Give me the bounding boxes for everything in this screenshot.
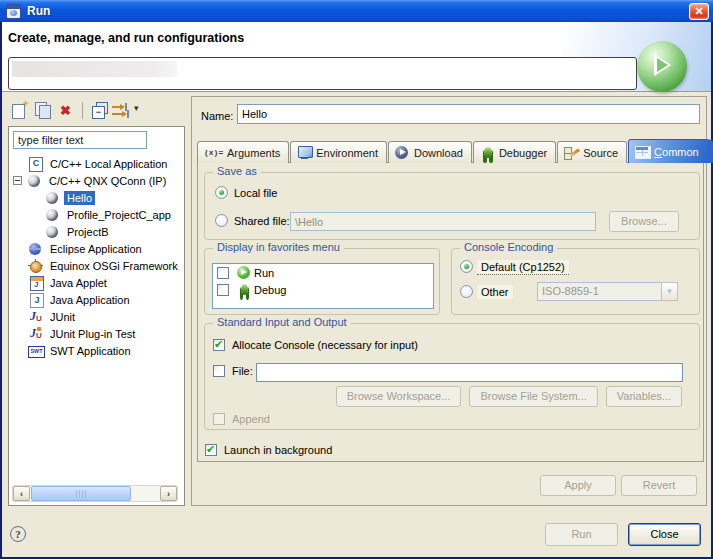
browse-workspace-button: Browse Workspace...: [336, 386, 462, 407]
tree-item-label: C/C++ Local Application: [47, 157, 170, 171]
run-dialog-window: Run ✕ Create, manage, and run configurat…: [0, 0, 713, 559]
run-button: Run: [545, 523, 618, 546]
help-icon[interactable]: ?: [10, 526, 26, 542]
tree-item-c-c-local-application[interactable]: C/C++ Local Application: [9, 155, 184, 172]
environment-tab-icon: [297, 146, 312, 159]
qnx-icon: [45, 191, 60, 205]
tab-source[interactable]: Source: [557, 141, 627, 163]
tab-label: Common: [654, 146, 699, 158]
tree-item-label: SWT Application: [47, 344, 134, 358]
variables-button: Variables...: [606, 386, 682, 407]
filter-icon[interactable]: [111, 101, 131, 120]
scroll-left-icon[interactable]: ‹: [13, 486, 30, 501]
tab-label: Debugger: [499, 147, 547, 159]
tree-item-label: Equinox OSGi Framework: [47, 259, 181, 273]
dialog-icon: [6, 4, 21, 19]
tree-item-equinox-osgi-framework[interactable]: Equinox OSGi Framework: [9, 257, 184, 274]
favorites-run-checkbox[interactable]: [217, 267, 229, 279]
tree-item-projectb[interactable]: ProjectB: [9, 223, 184, 240]
tab-debugger[interactable]: Debugger: [473, 141, 556, 163]
launch-in-background-checkbox[interactable]: [205, 444, 217, 456]
duplicate-icon[interactable]: [33, 101, 53, 120]
stdio-buttons: Browse Workspace...Browse File System...…: [336, 386, 682, 407]
titlebar[interactable]: Run ✕: [0, 0, 713, 22]
banner: Create, manage, and run configurations: [2, 22, 711, 92]
favorites-group-title: Display in favorites menu: [213, 241, 344, 253]
allocate-console-label: Allocate Console (necessary for input): [232, 339, 418, 351]
tree-item-java-applet[interactable]: Java Applet: [9, 274, 184, 291]
tab-arguments[interactable]: Arguments: [197, 141, 289, 163]
debugger-tab-icon: [480, 146, 495, 159]
browse-file-system-button: Browse File System...: [469, 386, 597, 407]
tree-item-hello[interactable]: Hello: [9, 189, 184, 206]
stdio-group: Standard Input and Output Allocate Conso…: [204, 323, 700, 430]
source-tab-icon: [564, 146, 579, 159]
tree-item-label: ProjectB: [64, 225, 112, 239]
tree-item-label: Java Application: [47, 293, 133, 307]
tab-label: Download: [414, 147, 463, 159]
expander-minus-icon[interactable]: [13, 176, 22, 185]
save-as-group-title: Save as: [213, 165, 261, 177]
save-as-group: Save as Local file Shared file: Browse..…: [204, 172, 700, 240]
equinox-icon: [28, 259, 43, 273]
configurations-tree: C/C++ Local ApplicationC/C++ QNX QConn (…: [9, 155, 184, 485]
favorites-item-label: Run: [254, 267, 274, 279]
java-applet-icon: [28, 276, 43, 290]
close-button[interactable]: Close: [628, 523, 701, 546]
new-configuration-icon[interactable]: [9, 101, 29, 120]
tab-label: Arguments: [227, 147, 280, 159]
scroll-right-icon[interactable]: ›: [160, 486, 177, 501]
shared-file-radio[interactable]: [215, 214, 228, 227]
tab-label: Environment: [316, 147, 378, 159]
qnx-icon: [45, 225, 60, 239]
tree-item-label: Java Applet: [47, 276, 110, 290]
tree-item-eclipse-application[interactable]: Eclipse Application: [9, 240, 184, 257]
tree-item-label: JUnit: [47, 310, 78, 324]
favorites-debug-checkbox[interactable]: [217, 284, 229, 296]
favorites-item-run: Run: [213, 264, 433, 281]
tab-download[interactable]: Download: [388, 141, 472, 163]
close-window-button[interactable]: ✕: [689, 3, 709, 20]
run-banner-icon: [637, 41, 687, 92]
name-input[interactable]: [237, 104, 700, 124]
tree-item-swt-application[interactable]: SWT Application: [9, 342, 184, 359]
tree-item-c-c-qnx-qconn-ip[interactable]: C/C++ QNX QConn (IP): [9, 172, 184, 189]
toolbar-separator: [82, 102, 83, 119]
scrollbar-thumb[interactable]: [31, 486, 131, 501]
file-input[interactable]: [256, 363, 683, 382]
tree-item-profile-projectc-app[interactable]: Profile_ProjectC_app: [9, 206, 184, 223]
launch-in-background-label: Launch in background: [224, 444, 332, 456]
file-label: File:: [232, 365, 253, 377]
message-placeholder: [12, 61, 177, 77]
debug-icon: [237, 283, 251, 297]
horizontal-scrollbar[interactable]: ‹ ›: [12, 485, 178, 502]
append-label: Append: [232, 413, 270, 425]
tree-item-junit[interactable]: JUnit: [9, 308, 184, 325]
tree-item-junit-plug-in-test[interactable]: JUnit Plug-in Test: [9, 325, 184, 342]
tree-item-label: Hello: [64, 191, 95, 205]
menu-caret-icon[interactable]: [134, 101, 144, 120]
encoding-other-radio[interactable]: [460, 285, 473, 298]
collapse-all-icon[interactable]: [90, 101, 110, 120]
tree-item-label: C/C++ QNX QConn (IP): [46, 174, 169, 188]
tree-item-label: JUnit Plug-in Test: [47, 327, 138, 341]
local-file-radio[interactable]: [215, 186, 228, 199]
junit-icon: [28, 310, 43, 324]
close-icon: ✕: [694, 5, 703, 17]
swt-icon: [28, 344, 43, 358]
tab-environment[interactable]: Environment: [290, 141, 387, 163]
qnx-icon: [45, 208, 60, 222]
tab-bar: ArgumentsEnvironmentDownloadDebuggerSour…: [197, 139, 713, 163]
allocate-console-checkbox[interactable]: [213, 339, 225, 351]
filter-input[interactable]: [13, 131, 147, 149]
tree-item-java-application[interactable]: Java Application: [9, 291, 184, 308]
encoding-default-radio[interactable]: [460, 260, 473, 273]
delete-icon[interactable]: [58, 101, 78, 120]
file-checkbox[interactable]: [213, 365, 225, 377]
download-tab-icon: [395, 146, 410, 159]
shared-file-input: [290, 212, 596, 231]
favorites-group: Display in favorites menu RunDebug: [204, 248, 440, 315]
message-area: [8, 57, 637, 90]
tab-common[interactable]: Common: [628, 139, 713, 163]
junit-plugin-icon: [28, 327, 43, 341]
